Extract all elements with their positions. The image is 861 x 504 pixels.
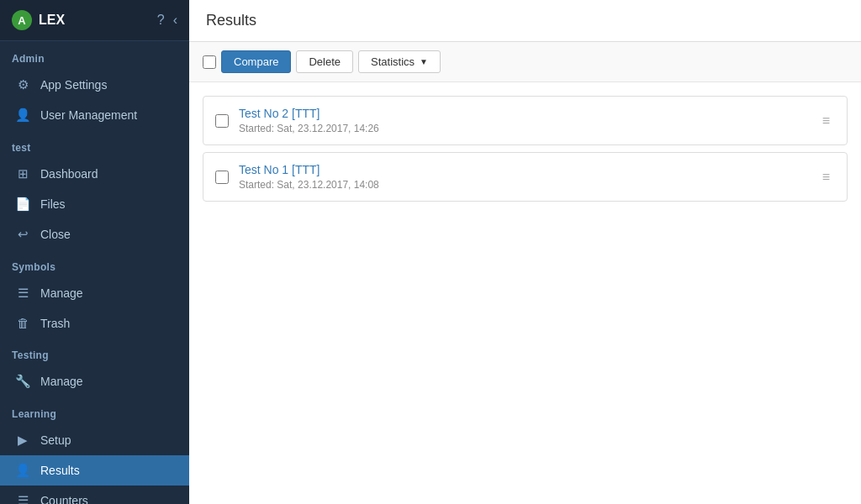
sidebar: A LEX ? ‹ Admin⚙App Settings👤User Manage…	[0, 0, 189, 504]
sidebar-item-label: Manage	[40, 286, 83, 300]
result-title[interactable]: Test No 1 [TTT]	[239, 163, 320, 176]
sidebar-item-label: App Settings	[40, 78, 107, 92]
compare-button[interactable]: Compare	[221, 50, 291, 73]
sidebar-item-learning-setup[interactable]: ▶Setup	[0, 425, 189, 455]
result-date: Started: Sat, 23.12.2017, 14:26	[239, 123, 807, 134]
sidebar-item-app-settings[interactable]: ⚙App Settings	[0, 70, 189, 100]
sidebar-item-label: Trash	[40, 317, 70, 330]
main-header: Results	[189, 0, 861, 42]
result-checkbox[interactable]	[215, 114, 229, 128]
sidebar-section-label: Admin	[0, 41, 189, 70]
collapse-icon[interactable]: ‹	[173, 13, 177, 28]
sidebar-header: A LEX ? ‹	[0, 0, 189, 41]
learning-counters-icon: ☰	[15, 493, 30, 504]
page-title: Results	[206, 12, 844, 29]
sidebar-section-label: Symbols	[0, 249, 189, 278]
sidebar-section-label: Testing	[0, 338, 189, 366]
sidebar-item-label: Dashboard	[40, 167, 98, 181]
sidebar-item-label: Results	[40, 464, 80, 477]
testing-manage-icon: 🔧	[15, 374, 30, 389]
symbols-manage-icon: ☰	[15, 286, 30, 301]
learning-results-icon: 👤	[15, 463, 30, 478]
sidebar-item-label: Counters	[40, 494, 88, 504]
sidebar-item-symbols-trash[interactable]: 🗑Trash	[0, 308, 189, 338]
user-management-icon: 👤	[15, 108, 30, 123]
close-icon: ↩	[15, 227, 30, 242]
statistics-dropdown-button[interactable]: Statistics ▼	[358, 50, 441, 73]
sidebar-item-label: Files	[40, 197, 66, 211]
result-item: Test No 2 [TTT]Started: Sat, 23.12.2017,…	[203, 96, 848, 145]
sidebar-item-label: Setup	[40, 433, 71, 447]
app-logo: A LEX	[12, 10, 65, 30]
logo-icon: A	[12, 10, 32, 30]
sidebar-item-learning-counters[interactable]: ☰Counters	[0, 486, 189, 504]
result-date: Started: Sat, 23.12.2017, 14:08	[239, 179, 807, 191]
result-menu-button[interactable]: ≡	[817, 110, 835, 132]
result-item: Test No 1 [TTT]Started: Sat, 23.12.2017,…	[203, 152, 848, 202]
chevron-down-icon: ▼	[420, 57, 428, 66]
symbols-trash-icon: 🗑	[15, 316, 30, 330]
sidebar-item-testing-manage[interactable]: 🔧Manage	[0, 366, 189, 396]
help-icon[interactable]: ?	[157, 13, 165, 28]
sidebar-item-dashboard[interactable]: ⊞Dashboard	[0, 159, 189, 189]
statistics-label: Statistics	[371, 55, 415, 68]
sidebar-section-label: test	[0, 130, 189, 159]
result-checkbox[interactable]	[215, 171, 229, 184]
sidebar-item-label: Manage	[40, 375, 83, 388]
sidebar-header-actions: ? ‹	[157, 13, 177, 28]
sidebar-item-label: Close	[40, 228, 71, 241]
toolbar: Compare Delete Statistics ▼	[189, 42, 861, 82]
sidebar-section-label: Learning	[0, 396, 189, 425]
sidebar-item-learning-results[interactable]: 👤Results	[0, 455, 189, 486]
sidebar-item-close[interactable]: ↩Close	[0, 219, 189, 249]
sidebar-item-user-management[interactable]: 👤User Management	[0, 100, 189, 130]
sidebar-sections: Admin⚙App Settings👤User Managementtest⊞D…	[0, 41, 189, 504]
app-settings-icon: ⚙	[15, 77, 30, 92]
main-content: Results Compare Delete Statistics ▼ Test…	[189, 0, 861, 504]
select-all-checkbox[interactable]	[203, 55, 216, 69]
app-name: LEX	[39, 13, 65, 28]
learning-setup-icon: ▶	[15, 433, 30, 448]
sidebar-item-symbols-manage[interactable]: ☰Manage	[0, 278, 189, 308]
result-info: Test No 1 [TTT]Started: Sat, 23.12.2017,…	[239, 163, 807, 191]
delete-button[interactable]: Delete	[296, 50, 353, 73]
dashboard-icon: ⊞	[15, 166, 30, 181]
sidebar-item-files[interactable]: 📄Files	[0, 189, 189, 219]
results-list: Test No 2 [TTT]Started: Sat, 23.12.2017,…	[189, 82, 861, 504]
result-info: Test No 2 [TTT]Started: Sat, 23.12.2017,…	[239, 107, 807, 134]
files-icon: 📄	[15, 197, 30, 212]
result-menu-button[interactable]: ≡	[817, 166, 835, 188]
result-title[interactable]: Test No 2 [TTT]	[239, 107, 320, 120]
sidebar-item-label: User Management	[40, 108, 137, 122]
